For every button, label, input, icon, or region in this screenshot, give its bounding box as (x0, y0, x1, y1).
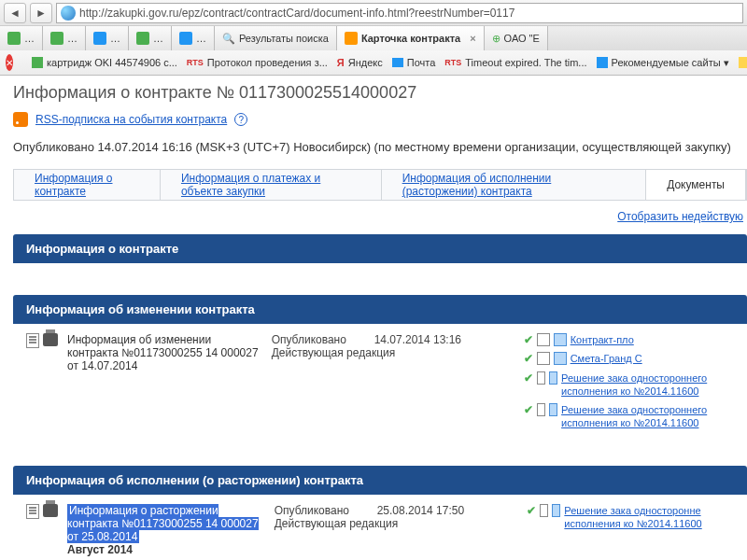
bookmarks-bar: ✕ картридж OKI 44574906 с... RTSПротокол… (0, 50, 747, 75)
yandex-icon: Я (337, 57, 345, 68)
favicon (136, 32, 149, 45)
content-tabs: Информация о контракте Информация о плат… (13, 169, 747, 201)
rss-row: RSS-подписка на события контракта ? (13, 112, 747, 127)
rss-icon[interactable] (13, 112, 28, 127)
status-redaction: Действующая редакция (272, 346, 514, 359)
bookmark[interactable]: ЯЯндекс (337, 57, 383, 68)
favicon (7, 32, 21, 45)
file-icon[interactable] (549, 403, 557, 416)
attachment-link[interactable]: Смета-Гранд С (571, 352, 642, 365)
favicon (50, 32, 63, 45)
file-icon[interactable] (537, 371, 545, 385)
bookmark[interactable]: RTSTimeout expired. The tim... (444, 57, 586, 68)
print-icon[interactable] (43, 333, 58, 346)
rss-link[interactable]: RSS-подписка на события контракта (35, 113, 227, 126)
status-label: Опубликовано (275, 504, 377, 517)
tab-label: Карточка контракта (361, 33, 460, 44)
bookmark[interactable]: картридж OKI 44574906 с... (32, 57, 177, 68)
print-icon[interactable] (43, 504, 58, 517)
document-icon[interactable] (26, 333, 39, 348)
entry-icons (26, 504, 58, 556)
section-contract-info-header: Информация о контракте (13, 234, 747, 263)
bookmark[interactable]: Рекомендуемые сайты ▾ (597, 57, 729, 69)
section-changes-body: Информация об изменении контракта №01173… (13, 324, 747, 460)
favicon (179, 32, 192, 45)
document-icon[interactable] (26, 504, 39, 519)
bookmark[interactable]: 14 самых богатых зв... (739, 57, 747, 68)
page-content: Информация о контракте № 011730002551400… (0, 76, 747, 560)
highlighted-text: Информация о расторжении контракта №0117… (67, 504, 259, 543)
file-icon[interactable] (554, 333, 567, 346)
file-icon[interactable] (537, 333, 550, 346)
tab-label: Результаты поиска (239, 33, 329, 44)
favicon (739, 57, 747, 68)
browser-tabs: … … … … … 🔍Результаты поиска Карточка ко… (0, 26, 747, 50)
check-icon: ✔ (527, 504, 536, 517)
browser-tab[interactable]: … (0, 26, 43, 50)
attachment-link[interactable]: Решение зака одностороннего исполнения к… (561, 371, 734, 399)
tab-documents[interactable]: Документы (646, 170, 746, 200)
entry-icons (26, 333, 58, 436)
browser-tab[interactable]: 🔍Результаты поиска (215, 26, 337, 50)
browser-tab[interactable]: … (86, 26, 129, 50)
section-termination-body: Информация о расторжении контракта №0117… (13, 495, 747, 560)
published-line: Опубликовано 14.07.2014 16:16 (MSK+3 (UT… (13, 140, 747, 154)
bookmark[interactable]: RTSПротокол проведения з... (187, 57, 328, 68)
browser-tab[interactable]: … (43, 26, 86, 50)
entry-title: Информация о расторжении контракта №0117… (67, 504, 265, 556)
attachment-link[interactable]: Решение зака односторонне исполнения ко … (564, 504, 734, 531)
favicon: RTS (187, 58, 204, 67)
browser-tab[interactable]: … (129, 26, 172, 50)
page-title: Информация о контракте № 011730002551400… (13, 83, 747, 103)
attachments: ✔Решение зака односторонне исполнения ко… (527, 504, 734, 556)
tab-execution[interactable]: Информация об исполнении (расторжении) к… (382, 170, 647, 200)
attachment-link[interactable]: Решение зака одностороннего исполнения к… (561, 403, 734, 430)
plus-icon: ⊕ (492, 33, 500, 45)
file-icon[interactable] (554, 352, 567, 365)
attachment: ✔Решение зака одностороннего исполнения … (524, 403, 734, 430)
forward-button[interactable]: ► (30, 3, 52, 23)
stop-icon[interactable]: ✕ (6, 54, 13, 71)
favicon (345, 32, 358, 45)
globe-icon (61, 6, 76, 21)
attachments: ✔Контракт-пло ✔Смета-Гранд С ✔Решение за… (524, 333, 734, 436)
back-button[interactable]: ◄ (4, 3, 26, 23)
tab-contract-info[interactable]: Информация о контракте (14, 170, 161, 200)
check-icon: ✔ (524, 403, 533, 416)
status-date: 25.08.2014 17:50 (377, 504, 517, 517)
attachment: ✔Смета-Гранд С (524, 352, 734, 365)
close-icon[interactable]: × (470, 33, 475, 44)
status-label: Опубликовано (272, 333, 374, 346)
attachment: ✔Решение зака односторонне исполнения ко… (527, 504, 734, 531)
attachment: ✔Контракт-пло (524, 333, 734, 346)
show-invalid-link[interactable]: Отобразить недействую (617, 210, 743, 223)
url-input[interactable] (79, 7, 739, 20)
file-icon[interactable] (549, 371, 557, 385)
favicon: RTS (444, 58, 461, 67)
file-icon[interactable] (540, 504, 548, 517)
browser-tab-active[interactable]: Карточка контракта× (337, 26, 485, 50)
attachment-link[interactable]: Контракт-пло (571, 333, 634, 346)
bookmark[interactable]: Почта (392, 57, 436, 68)
section-changes-header: Информация об изменении контракта (13, 295, 747, 324)
entry-subtitle: Август 2014 (67, 543, 133, 556)
tab-label: ОАО "Е (504, 33, 540, 44)
section-termination-header: Информация об исполнении (о расторжении)… (13, 466, 747, 495)
browser-chrome: ◄ ► … … … … … 🔍Результаты поиска Карточк… (0, 0, 747, 76)
mail-icon (392, 58, 403, 67)
show-invalid-row: Отобразить недействую (13, 201, 747, 229)
browser-tab[interactable]: … (172, 26, 215, 50)
nav-toolbar: ◄ ► (0, 0, 747, 26)
file-icon[interactable] (552, 504, 560, 517)
help-icon[interactable]: ? (234, 113, 247, 126)
tab-payments[interactable]: Информация о платежах и объекте закупки (161, 170, 382, 200)
browser-tab[interactable]: ⊕ОАО "Е (485, 26, 548, 50)
check-icon: ✔ (524, 333, 533, 346)
search-icon: 🔍 (222, 33, 235, 45)
address-bar[interactable] (56, 3, 743, 23)
file-icon[interactable] (537, 403, 545, 416)
file-icon[interactable] (537, 352, 550, 365)
favicon (597, 57, 608, 68)
status-date: 14.07.2014 13:16 (374, 333, 514, 346)
status-redaction: Действующая редакция (275, 517, 517, 530)
